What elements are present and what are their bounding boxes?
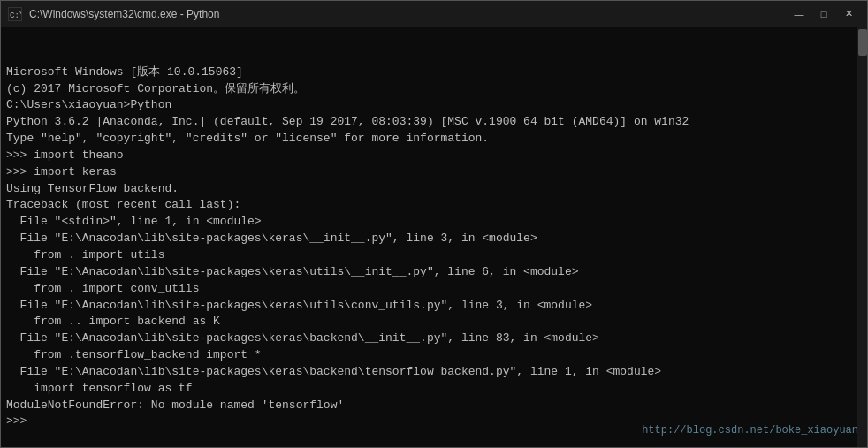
terminal-line: Traceback (most recent call last):	[6, 197, 862, 214]
terminal-line: File "E:\Anacodan\lib\site-packages\kera…	[6, 330, 862, 347]
terminal-line: File "<stdin>", line 1, in <module>	[6, 214, 862, 231]
terminal-content: Microsoft Windows [版本 10.0.15063](c) 201…	[6, 31, 862, 430]
terminal-line: import tensorflow as tf	[6, 381, 862, 398]
title-bar-left: C:\ C:\Windows\system32\cmd.exe - Python	[8, 7, 219, 21]
terminal-line: Microsoft Windows [版本 10.0.15063]	[6, 65, 862, 81]
title-bar: C:\ C:\Windows\system32\cmd.exe - Python…	[1, 1, 867, 27]
terminal-line: File "E:\Anacodan\lib\site-packages\kera…	[6, 298, 862, 315]
svg-text:C:\: C:\	[10, 11, 21, 20]
terminal-line: from . import utils	[6, 247, 862, 264]
terminal-line: (c) 2017 Microsoft Corporation。保留所有权利。	[6, 81, 862, 98]
terminal-line: C:\Users\xiaoyuan>Python	[6, 97, 862, 114]
maximize-button[interactable]: □	[812, 5, 835, 23]
close-button[interactable]: ✕	[837, 5, 860, 23]
title-text: C:\Windows\system32\cmd.exe - Python	[29, 8, 219, 20]
terminal-line: from .tensorflow_backend import *	[6, 347, 862, 364]
minimize-button[interactable]: —	[788, 5, 811, 23]
terminal-line: >>> import keras	[6, 164, 862, 181]
terminal-body[interactable]: Microsoft Windows [版本 10.0.15063](c) 201…	[1, 27, 867, 447]
watermark: http://blog.csdn.net/boke_xiaoyuan	[642, 424, 858, 437]
terminal-line: File "E:\Anacodan\lib\site-packages\kera…	[6, 264, 862, 281]
title-bar-controls: — □ ✕	[788, 5, 860, 23]
window: C:\ C:\Windows\system32\cmd.exe - Python…	[0, 0, 868, 448]
terminal-line: Using TensorFlow backend.	[6, 181, 862, 198]
cmd-icon: C:\	[8, 7, 22, 21]
terminal-line: ModuleNotFoundError: No module named 'te…	[6, 398, 862, 414]
terminal-line: File "E:\Anacodan\lib\site-packages\kera…	[6, 231, 862, 247]
terminal-line: >>> import theano	[6, 148, 862, 164]
scrollbar-thumb[interactable]	[858, 29, 867, 56]
terminal-line: Type "help", "copyright", "credits" or "…	[6, 131, 862, 148]
terminal-line: Python 3.6.2 |Anaconda, Inc.| (default, …	[6, 114, 862, 131]
terminal-line: from .. import backend as K	[6, 314, 862, 330]
scrollbar[interactable]	[857, 27, 867, 447]
terminal-line: File "E:\Anacodan\lib\site-packages\kera…	[6, 364, 862, 381]
terminal-line: from . import conv_utils	[6, 281, 862, 298]
